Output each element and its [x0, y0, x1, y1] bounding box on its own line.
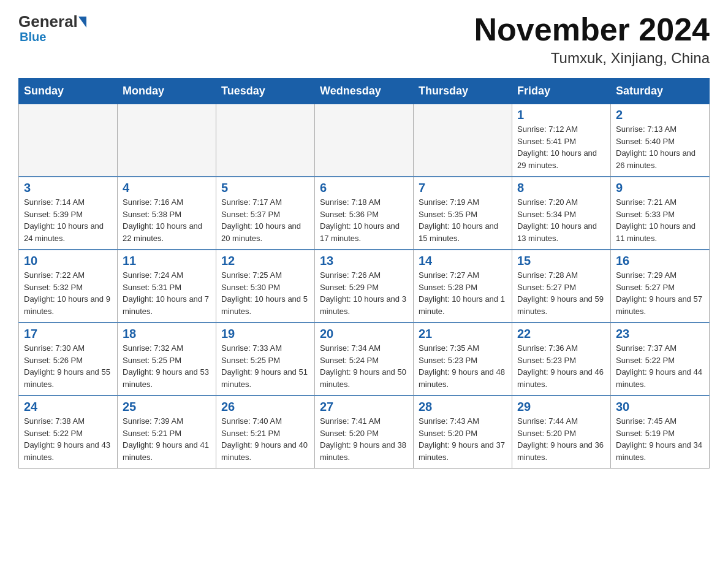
day-number: 24	[24, 400, 112, 414]
calendar-cell: 18Sunrise: 7:32 AMSunset: 5:25 PMDayligh…	[118, 323, 216, 396]
day-number: 6	[320, 181, 408, 195]
day-info: Sunrise: 7:37 AMSunset: 5:22 PMDaylight:…	[616, 342, 704, 390]
calendar-cell: 20Sunrise: 7:34 AMSunset: 5:24 PMDayligh…	[315, 323, 414, 396]
day-number: 3	[24, 181, 112, 195]
day-number: 22	[517, 327, 605, 341]
calendar-cell	[315, 104, 414, 177]
day-info: Sunrise: 7:33 AMSunset: 5:25 PMDaylight:…	[221, 342, 309, 390]
day-info: Sunrise: 7:28 AMSunset: 5:27 PMDaylight:…	[517, 269, 605, 317]
day-number: 5	[221, 181, 309, 195]
calendar-week-row: 10Sunrise: 7:22 AMSunset: 5:32 PMDayligh…	[19, 250, 710, 323]
header: General Blue November 2024 Tumxuk, Xinji…	[18, 12, 710, 67]
calendar-cell: 23Sunrise: 7:37 AMSunset: 5:22 PMDayligh…	[611, 323, 710, 396]
day-info: Sunrise: 7:41 AMSunset: 5:20 PMDaylight:…	[320, 415, 408, 463]
day-info: Sunrise: 7:43 AMSunset: 5:20 PMDaylight:…	[419, 415, 507, 463]
calendar-cell: 3Sunrise: 7:14 AMSunset: 5:39 PMDaylight…	[19, 177, 118, 250]
day-info: Sunrise: 7:40 AMSunset: 5:21 PMDaylight:…	[221, 415, 309, 463]
day-info: Sunrise: 7:12 AMSunset: 5:41 PMDaylight:…	[517, 123, 605, 171]
calendar-cell: 7Sunrise: 7:19 AMSunset: 5:35 PMDaylight…	[414, 177, 512, 250]
day-info: Sunrise: 7:14 AMSunset: 5:39 PMDaylight:…	[24, 196, 112, 244]
calendar-cell: 12Sunrise: 7:25 AMSunset: 5:30 PMDayligh…	[216, 250, 315, 323]
logo: General Blue	[18, 12, 87, 44]
calendar-cell: 24Sunrise: 7:38 AMSunset: 5:22 PMDayligh…	[19, 396, 118, 469]
day-number: 11	[123, 254, 211, 268]
day-number: 17	[24, 327, 112, 341]
day-info: Sunrise: 7:44 AMSunset: 5:20 PMDaylight:…	[517, 415, 605, 463]
day-info: Sunrise: 7:29 AMSunset: 5:27 PMDaylight:…	[616, 269, 704, 317]
day-info: Sunrise: 7:22 AMSunset: 5:32 PMDaylight:…	[24, 269, 112, 317]
day-number: 29	[517, 400, 605, 414]
day-info: Sunrise: 7:39 AMSunset: 5:21 PMDaylight:…	[123, 415, 211, 463]
day-number: 12	[221, 254, 309, 268]
day-info: Sunrise: 7:25 AMSunset: 5:30 PMDaylight:…	[221, 269, 309, 317]
calendar-cell: 19Sunrise: 7:33 AMSunset: 5:25 PMDayligh…	[216, 323, 315, 396]
calendar-cell: 15Sunrise: 7:28 AMSunset: 5:27 PMDayligh…	[512, 250, 611, 323]
calendar-cell: 17Sunrise: 7:30 AMSunset: 5:26 PMDayligh…	[19, 323, 118, 396]
calendar-week-row: 24Sunrise: 7:38 AMSunset: 5:22 PMDayligh…	[19, 396, 710, 469]
day-number: 9	[616, 181, 704, 195]
weekday-header-monday: Monday	[118, 79, 216, 104]
calendar-cell: 30Sunrise: 7:45 AMSunset: 5:19 PMDayligh…	[611, 396, 710, 469]
day-info: Sunrise: 7:36 AMSunset: 5:23 PMDaylight:…	[517, 342, 605, 390]
day-info: Sunrise: 7:21 AMSunset: 5:33 PMDaylight:…	[616, 196, 704, 244]
day-info: Sunrise: 7:38 AMSunset: 5:22 PMDaylight:…	[24, 415, 112, 463]
calendar-cell: 6Sunrise: 7:18 AMSunset: 5:36 PMDaylight…	[315, 177, 414, 250]
calendar-cell: 5Sunrise: 7:17 AMSunset: 5:37 PMDaylight…	[216, 177, 315, 250]
day-info: Sunrise: 7:20 AMSunset: 5:34 PMDaylight:…	[517, 196, 605, 244]
calendar-cell: 1Sunrise: 7:12 AMSunset: 5:41 PMDaylight…	[512, 104, 611, 177]
calendar-cell	[414, 104, 512, 177]
day-info: Sunrise: 7:32 AMSunset: 5:25 PMDaylight:…	[123, 342, 211, 390]
day-info: Sunrise: 7:35 AMSunset: 5:23 PMDaylight:…	[419, 342, 507, 390]
calendar-table: SundayMondayTuesdayWednesdayThursdayFrid…	[18, 78, 710, 469]
calendar-cell: 26Sunrise: 7:40 AMSunset: 5:21 PMDayligh…	[216, 396, 315, 469]
day-number: 25	[123, 400, 211, 414]
day-number: 13	[320, 254, 408, 268]
calendar-cell: 28Sunrise: 7:43 AMSunset: 5:20 PMDayligh…	[414, 396, 512, 469]
calendar-cell: 10Sunrise: 7:22 AMSunset: 5:32 PMDayligh…	[19, 250, 118, 323]
calendar-cell: 22Sunrise: 7:36 AMSunset: 5:23 PMDayligh…	[512, 323, 611, 396]
calendar-cell: 25Sunrise: 7:39 AMSunset: 5:21 PMDayligh…	[118, 396, 216, 469]
calendar-week-row: 17Sunrise: 7:30 AMSunset: 5:26 PMDayligh…	[19, 323, 710, 396]
calendar-cell	[19, 104, 118, 177]
day-info: Sunrise: 7:13 AMSunset: 5:40 PMDaylight:…	[616, 123, 704, 171]
day-number: 8	[517, 181, 605, 195]
day-info: Sunrise: 7:19 AMSunset: 5:35 PMDaylight:…	[419, 196, 507, 244]
day-number: 21	[419, 327, 507, 341]
calendar-cell: 4Sunrise: 7:16 AMSunset: 5:38 PMDaylight…	[118, 177, 216, 250]
calendar-header-row: SundayMondayTuesdayWednesdayThursdayFrid…	[19, 79, 710, 104]
weekday-header-wednesday: Wednesday	[315, 79, 414, 104]
day-number: 10	[24, 254, 112, 268]
day-info: Sunrise: 7:18 AMSunset: 5:36 PMDaylight:…	[320, 196, 408, 244]
day-number: 15	[517, 254, 605, 268]
calendar-week-row: 3Sunrise: 7:14 AMSunset: 5:39 PMDaylight…	[19, 177, 710, 250]
day-number: 20	[320, 327, 408, 341]
day-number: 2	[616, 108, 704, 122]
calendar-cell: 2Sunrise: 7:13 AMSunset: 5:40 PMDaylight…	[611, 104, 710, 177]
day-number: 28	[419, 400, 507, 414]
day-number: 23	[616, 327, 704, 341]
calendar-cell: 8Sunrise: 7:20 AMSunset: 5:34 PMDaylight…	[512, 177, 611, 250]
weekday-header-sunday: Sunday	[19, 79, 118, 104]
title-area: November 2024 Tumxuk, Xinjiang, China	[474, 12, 710, 67]
day-info: Sunrise: 7:17 AMSunset: 5:37 PMDaylight:…	[221, 196, 309, 244]
calendar-cell: 21Sunrise: 7:35 AMSunset: 5:23 PMDayligh…	[414, 323, 512, 396]
weekday-header-friday: Friday	[512, 79, 611, 104]
logo-triangle-icon	[78, 17, 86, 28]
day-number: 19	[221, 327, 309, 341]
day-info: Sunrise: 7:16 AMSunset: 5:38 PMDaylight:…	[123, 196, 211, 244]
day-info: Sunrise: 7:34 AMSunset: 5:24 PMDaylight:…	[320, 342, 408, 390]
day-info: Sunrise: 7:45 AMSunset: 5:19 PMDaylight:…	[616, 415, 704, 463]
day-info: Sunrise: 7:30 AMSunset: 5:26 PMDaylight:…	[24, 342, 112, 390]
logo-blue-text: Blue	[18, 30, 46, 44]
day-info: Sunrise: 7:24 AMSunset: 5:31 PMDaylight:…	[123, 269, 211, 317]
calendar-cell: 11Sunrise: 7:24 AMSunset: 5:31 PMDayligh…	[118, 250, 216, 323]
weekday-header-saturday: Saturday	[611, 79, 710, 104]
calendar-week-row: 1Sunrise: 7:12 AMSunset: 5:41 PMDaylight…	[19, 104, 710, 177]
calendar-cell: 27Sunrise: 7:41 AMSunset: 5:20 PMDayligh…	[315, 396, 414, 469]
calendar-cell: 13Sunrise: 7:26 AMSunset: 5:29 PMDayligh…	[315, 250, 414, 323]
day-number: 4	[123, 181, 211, 195]
day-info: Sunrise: 7:26 AMSunset: 5:29 PMDaylight:…	[320, 269, 408, 317]
day-info: Sunrise: 7:27 AMSunset: 5:28 PMDaylight:…	[419, 269, 507, 317]
logo-text: General	[18, 12, 87, 31]
weekday-header-tuesday: Tuesday	[216, 79, 315, 104]
